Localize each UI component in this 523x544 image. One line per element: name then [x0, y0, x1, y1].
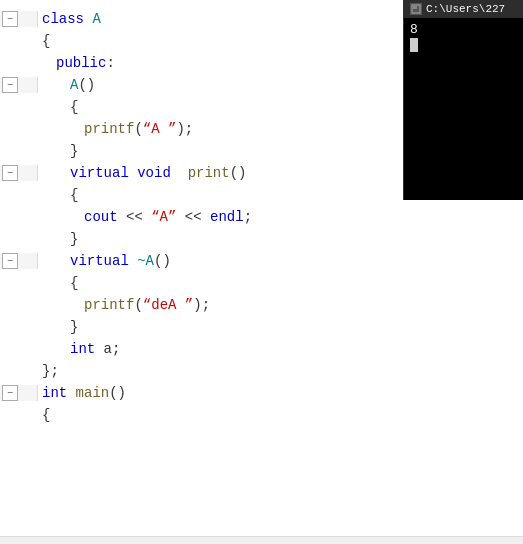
code-token: void — [137, 165, 171, 181]
code-content: } — [38, 231, 78, 247]
terminal-titlebar: C:\Users\227 — [404, 0, 523, 18]
code-content: A() — [38, 77, 95, 93]
line-gutter: − — [0, 11, 38, 27]
collapse-button[interactable]: − — [2, 11, 18, 27]
code-content: public: — [38, 55, 115, 71]
code-token: print — [171, 165, 230, 181]
code-token: main — [76, 385, 110, 401]
code-line: { — [0, 272, 523, 294]
code-token: } — [70, 231, 78, 247]
code-token: public — [56, 55, 106, 71]
code-token: << — [176, 209, 210, 225]
code-token: int — [42, 385, 76, 401]
code-token: { — [70, 99, 78, 115]
collapse-button[interactable]: − — [2, 253, 18, 269]
code-line: cout << “A” << endl; — [0, 206, 523, 228]
code-content: } — [38, 143, 78, 159]
code-content: printf(“A ”); — [38, 121, 193, 137]
code-token: printf — [84, 121, 134, 137]
code-content: class A — [38, 11, 101, 27]
terminal-cursor-line — [410, 37, 517, 52]
code-token: cout — [84, 209, 118, 225]
code-content: { — [38, 187, 78, 203]
code-token: virtual — [70, 165, 137, 181]
code-content: int main() — [38, 385, 126, 401]
code-line: −virtual ~A() — [0, 250, 523, 272]
code-token: class — [42, 11, 92, 27]
code-line: { — [0, 404, 523, 426]
code-content: } — [38, 319, 78, 335]
terminal-title: C:\Users\227 — [426, 3, 505, 15]
code-token: “A ” — [143, 121, 177, 137]
code-token: ; — [244, 209, 252, 225]
code-line: printf(“deA ”); — [0, 294, 523, 316]
code-token: () — [78, 77, 95, 93]
code-content: virtual ~A() — [38, 253, 171, 269]
code-content: printf(“deA ”); — [38, 297, 210, 313]
line-gutter: − — [0, 253, 38, 269]
code-token: << — [118, 209, 152, 225]
code-token: int — [70, 341, 104, 357]
code-token: endl — [210, 209, 244, 225]
code-token: a; — [104, 341, 121, 357]
collapse-button[interactable]: − — [2, 77, 18, 93]
code-content: { — [38, 407, 50, 423]
code-token: { — [70, 275, 78, 291]
code-line: } — [0, 316, 523, 338]
terminal-panel: C:\Users\227 8 — [403, 0, 523, 200]
main-container: −class A{public:−A(){printf(“A ”);}−virt… — [0, 0, 523, 544]
code-content: int a; — [38, 341, 120, 357]
code-content: cout << “A” << endl; — [38, 209, 252, 225]
code-token: { — [42, 33, 50, 49]
collapse-button[interactable]: − — [2, 385, 18, 401]
terminal-output-line: 8 — [410, 22, 517, 37]
code-token: : — [106, 55, 114, 71]
code-token: ( — [134, 297, 142, 313]
code-token: () — [109, 385, 126, 401]
code-token: printf — [84, 297, 134, 313]
code-content: { — [38, 33, 50, 49]
code-token: ~A — [137, 253, 154, 269]
code-token: } — [70, 319, 78, 335]
code-line: } — [0, 228, 523, 250]
code-line: −int main() — [0, 382, 523, 404]
cursor-block — [410, 38, 418, 52]
code-line: int a; — [0, 338, 523, 360]
code-token: ); — [193, 297, 210, 313]
code-token: { — [42, 407, 50, 423]
code-token: “A” — [151, 209, 176, 225]
svg-rect-1 — [413, 6, 417, 9]
code-token: () — [154, 253, 171, 269]
terminal-body: 8 — [404, 18, 523, 200]
code-line: }; — [0, 360, 523, 382]
code-content: { — [38, 275, 78, 291]
code-token: () — [230, 165, 247, 181]
code-token: }; — [42, 363, 59, 379]
code-token: ( — [134, 121, 142, 137]
scrollbar[interactable] — [0, 536, 523, 544]
code-token: ); — [176, 121, 193, 137]
code-token: A — [92, 11, 100, 27]
code-content: virtual void print() — [38, 165, 246, 181]
code-token: “deA ” — [143, 297, 193, 313]
line-gutter: − — [0, 385, 38, 401]
terminal-icon — [410, 3, 422, 15]
code-content: { — [38, 99, 78, 115]
line-gutter: − — [0, 77, 38, 93]
code-token: { — [70, 187, 78, 203]
collapse-button[interactable]: − — [2, 165, 18, 181]
line-gutter: − — [0, 165, 38, 181]
code-token: A — [70, 77, 78, 93]
code-content: }; — [38, 363, 59, 379]
code-token: } — [70, 143, 78, 159]
code-token: virtual — [70, 253, 137, 269]
